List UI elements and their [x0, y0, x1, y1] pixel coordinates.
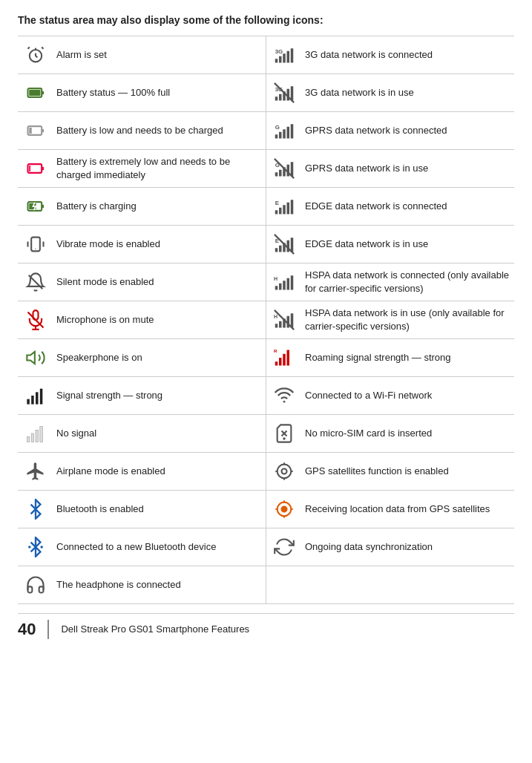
icon-table: Alarm is set 3G 3G data network is conne…	[18, 36, 514, 604]
svg-point-101	[40, 546, 43, 548]
table-row: Battery status — 100% full 3G 3G data ne…	[18, 73, 514, 111]
svg-point-87	[283, 437, 286, 440]
left-cell-2: Battery is low and needs to be charged	[18, 111, 266, 149]
svg-rect-23	[283, 129, 286, 138]
left-text-0: Alarm is set	[56, 48, 107, 62]
battery-low-icon	[22, 117, 49, 144]
svg-rect-34	[291, 162, 294, 176]
right-cell-inner-8: R Roaming signal strength — strong	[271, 344, 510, 371]
left-cell-inner-3: Battery is extremely low and needs to be…	[22, 155, 261, 182]
svg-rect-28	[29, 166, 30, 171]
svg-text:3G: 3G	[275, 48, 283, 55]
svg-rect-83	[36, 430, 39, 442]
left-cell-inner-14: The headphone is connected	[22, 572, 261, 598]
left-cell-inner-6: Silent mode is enabled	[22, 269, 261, 295]
svg-text:E: E	[275, 200, 279, 206]
svg-point-100	[28, 546, 31, 548]
svg-rect-25	[291, 124, 294, 138]
svg-rect-72	[279, 358, 282, 366]
right-cell-14	[266, 566, 515, 603]
gprs-icon: G	[271, 117, 298, 144]
right-cell-inner-6: H HSPA data network is connected (only a…	[271, 269, 510, 295]
signal-icon	[22, 382, 49, 409]
footer-text: Dell Streak Pro GS01 Smartphone Features	[61, 623, 249, 635]
right-cell-inner-12: Receiving location data from GPS satelli…	[271, 496, 510, 523]
left-cell-inner-1: Battery status — 100% full	[22, 79, 261, 106]
left-cell-inner-11: Airplane mode is enabled	[22, 458, 261, 485]
left-cell-14: The headphone is connected	[18, 566, 266, 603]
svg-text:G: G	[275, 124, 280, 131]
gps-active-icon	[271, 496, 298, 523]
left-cell-inner-7: Microphone is on mute	[22, 307, 261, 333]
svg-rect-76	[27, 399, 30, 404]
right-text-5: EDGE data network is in use	[305, 238, 428, 251]
svg-rect-68	[291, 313, 294, 327]
left-cell-11: Airplane mode is enabled	[18, 452, 266, 490]
left-cell-3: Battery is extremely low and needs to be…	[18, 149, 266, 187]
svg-rect-30	[275, 172, 278, 176]
svg-rect-84	[40, 426, 43, 442]
left-text-4: Battery is charging	[56, 200, 137, 213]
left-text-3: Battery is extremely low and needs to be…	[56, 155, 261, 181]
edge-inuse-icon: E	[271, 231, 298, 258]
svg-rect-48	[279, 245, 282, 252]
table-row: Battery is low and needs to be charged G…	[18, 111, 514, 149]
left-text-11: Airplane mode is enabled	[56, 465, 165, 478]
svg-rect-22	[279, 131, 282, 138]
table-row: Speakerphone is on R Roaming signal stre…	[18, 338, 514, 376]
svg-rect-56	[279, 283, 282, 289]
svg-rect-31	[279, 169, 282, 176]
svg-marker-70	[27, 351, 35, 363]
headphone-icon	[22, 572, 49, 598]
svg-rect-5	[287, 50, 290, 62]
left-cell-inner-8: Speakerphone is on	[22, 344, 261, 371]
hspa-icon: H	[271, 269, 298, 295]
silent-icon	[22, 269, 49, 295]
svg-rect-44	[291, 200, 294, 214]
left-text-14: The headphone is connected	[56, 578, 181, 592]
svg-rect-18	[42, 128, 44, 132]
svg-rect-71	[275, 361, 278, 365]
table-row: The headphone is connected	[18, 566, 514, 603]
svg-rect-27	[42, 166, 44, 170]
table-row: Alarm is set 3G 3G data network is conne…	[18, 36, 514, 73]
svg-rect-58	[287, 278, 290, 289]
table-row: Vibrate mode is enabled E EDGE data netw…	[18, 225, 514, 263]
right-cell-2: G GPRS data network is connected	[266, 111, 515, 149]
right-cell-inner-9: Connected to a Wi-Fi network	[271, 382, 510, 409]
right-text-2: GPRS data network is connected	[305, 124, 447, 137]
right-cell-inner-0: 3G 3G data network is connected	[271, 42, 510, 68]
page-header: The status area may also display some of…	[18, 13, 514, 28]
right-cell-6: H HSPA data network is connected (only a…	[266, 263, 515, 301]
gprs-inuse-icon: G	[271, 155, 298, 182]
right-cell-4: E EDGE data network is connected	[266, 187, 515, 225]
footer: 40 Dell Streak Pro GS01 Smartphone Featu…	[18, 613, 514, 639]
battery-full-icon	[22, 79, 49, 106]
left-text-2: Battery is low and needs to be charged	[56, 124, 223, 137]
left-text-7: Microphone is on mute	[56, 313, 154, 327]
svg-rect-6	[291, 48, 294, 62]
right-text-1: 3G data network is in use	[305, 86, 414, 99]
right-text-0: 3G data network is connected	[305, 48, 433, 62]
svg-rect-73	[283, 353, 286, 365]
svg-rect-82	[31, 433, 34, 442]
svg-rect-43	[287, 202, 290, 214]
left-cell-6: Silent mode is enabled	[18, 263, 266, 301]
left-cell-4: Battery is charging	[18, 187, 266, 225]
right-text-8: Roaming signal strength — strong	[305, 351, 451, 364]
left-cell-9: Signal strength — strong	[18, 376, 266, 414]
svg-rect-9	[29, 90, 40, 96]
svg-rect-37	[42, 204, 44, 208]
right-cell-inner-11: GPS satellites function is enabled	[271, 458, 510, 485]
table-row: No signal No micro-SIM card is inserted	[18, 414, 514, 452]
svg-text:H: H	[274, 276, 278, 281]
right-cell-9: Connected to a Wi-Fi network	[266, 376, 515, 414]
svg-point-88	[278, 464, 292, 478]
no-sim-icon	[271, 420, 298, 447]
table-row: Silent mode is enabled H HSPA data netwo…	[18, 263, 514, 301]
bluetooth-icon	[22, 496, 49, 523]
right-cell-inner-1: 3G 3G data network is in use	[271, 79, 510, 106]
wifi-icon	[271, 382, 298, 409]
battery-critical-icon	[22, 155, 49, 182]
right-cell-inner-5: E EDGE data network is in use	[271, 231, 510, 258]
